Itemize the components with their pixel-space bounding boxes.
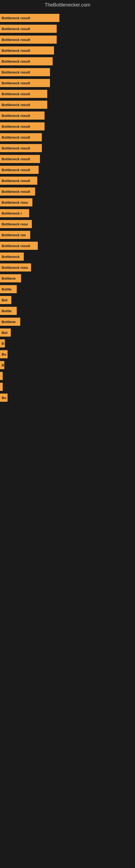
bar-label: Bottle bbox=[2, 287, 12, 291]
bar-row: Bot bbox=[0, 328, 135, 338]
result-bar: Bottleneck resu bbox=[0, 264, 31, 272]
bar-row: Bottlene bbox=[0, 273, 135, 283]
result-bar: Bottle bbox=[0, 285, 17, 293]
result-bar: Bottleneck result bbox=[0, 144, 42, 152]
result-bar: Bottleneck result bbox=[0, 46, 54, 55]
bar-row: Bottleneck result bbox=[0, 13, 135, 23]
bar-row: Bottleneck result bbox=[0, 89, 135, 99]
result-bar: Bottleneck result bbox=[0, 25, 57, 33]
bar-label: Bottleneck r bbox=[2, 211, 22, 215]
bar-label: Bottleneck result bbox=[2, 190, 30, 194]
result-bar: Bottleneck result bbox=[0, 122, 45, 130]
bar-label: Bottleneck result bbox=[2, 124, 30, 129]
bar-label: Bo bbox=[2, 396, 6, 400]
bar-row: Bottleneck res bbox=[0, 230, 135, 240]
bar-row: Bottleneck result bbox=[0, 186, 135, 197]
bar-label: Bottleneck result bbox=[2, 135, 30, 140]
bar-label: Bottlene bbox=[2, 276, 16, 280]
bars-container: Bottleneck resultBottleneck resultBottle… bbox=[0, 10, 135, 406]
bar-row: Bottleneck result bbox=[0, 143, 135, 153]
bar-row: Bottleneck resu bbox=[0, 262, 135, 273]
bar-row: Bottleneck resu bbox=[0, 219, 135, 229]
result-bar: Bottleneck result bbox=[0, 79, 50, 87]
bar-label: Bot bbox=[2, 331, 8, 335]
bar-label: Bottleneck result bbox=[2, 103, 30, 107]
bar-label: B bbox=[2, 341, 4, 346]
bar-label: Bottleneck result bbox=[2, 157, 30, 161]
result-bar: B bbox=[0, 339, 5, 347]
bar-row: Bottleneck result bbox=[0, 165, 135, 175]
bar-row: Bot bbox=[0, 295, 135, 305]
bar-row: B bbox=[0, 360, 135, 370]
bar-label: Bottleneck resu bbox=[2, 200, 28, 205]
result-bar: Bottleneck result bbox=[0, 187, 35, 195]
bar-row: Bottleneck result bbox=[0, 56, 135, 66]
result-bar bbox=[0, 372, 3, 380]
result-bar: Bo bbox=[0, 394, 8, 402]
bar-label: Bottleneck result bbox=[2, 168, 30, 172]
bar-label: Bottleneck res bbox=[2, 233, 26, 237]
bar-label: Bottleneck result bbox=[2, 92, 30, 96]
bar-label: Bottleneck result bbox=[2, 59, 30, 63]
bar-label: Bottlene bbox=[2, 320, 16, 324]
bar-row bbox=[0, 371, 135, 381]
bar-row: Bottleneck result bbox=[0, 78, 135, 88]
site-title-text: TheBottlenecker.com bbox=[45, 2, 90, 8]
bar-row: Bottleneck result bbox=[0, 132, 135, 143]
bar-label: Bo bbox=[2, 352, 6, 356]
result-bar: Bottleneck r bbox=[0, 209, 29, 217]
bar-label: Bottleneck result bbox=[2, 27, 30, 31]
bar-label: Bottleneck result bbox=[2, 179, 30, 183]
bar-row: Bottlene bbox=[0, 316, 135, 327]
bar-row: Bottleneck resu bbox=[0, 197, 135, 208]
result-bar: Bottleneck result bbox=[0, 242, 38, 250]
result-bar: Bo bbox=[0, 350, 8, 358]
result-bar: Bot bbox=[0, 296, 11, 304]
result-bar: Bottleneck bbox=[0, 252, 24, 261]
bar-row: Bottleneck result bbox=[0, 154, 135, 164]
result-bar: Bottlene bbox=[0, 274, 21, 282]
result-bar: Bottlene bbox=[0, 318, 20, 326]
result-bar: Bottle bbox=[0, 307, 17, 315]
result-bar bbox=[0, 383, 3, 391]
bar-row: B bbox=[0, 338, 135, 348]
bar-label: Bottleneck bbox=[2, 255, 19, 259]
bar-label: Bottleneck result bbox=[2, 81, 30, 85]
bar-row: Bottleneck result bbox=[0, 121, 135, 131]
result-bar: Bottleneck result bbox=[0, 57, 53, 65]
result-bar: Bottleneck result bbox=[0, 166, 39, 174]
result-bar: Bottleneck result bbox=[0, 90, 47, 98]
bar-label: Bottle bbox=[2, 309, 12, 313]
result-bar: Bottleneck result bbox=[0, 177, 37, 185]
bar-row: Bottleneck result bbox=[0, 24, 135, 34]
result-bar: Bottleneck result bbox=[0, 35, 57, 44]
result-bar: Bot bbox=[0, 329, 11, 337]
bar-row: Bottle bbox=[0, 284, 135, 294]
bar-label: Bot bbox=[2, 298, 8, 302]
bar-label: Bottleneck result bbox=[2, 49, 30, 53]
bar-label: Bottleneck result bbox=[2, 16, 30, 20]
bar-row: Bottleneck bbox=[0, 251, 135, 262]
bar-row: Bottleneck result bbox=[0, 176, 135, 186]
bar-label: B bbox=[2, 363, 4, 367]
bar-label: Bottleneck resu bbox=[2, 266, 28, 270]
bar-row: Bottleneck result bbox=[0, 34, 135, 45]
result-bar: Bottleneck result bbox=[0, 112, 45, 120]
result-bar: B bbox=[0, 361, 4, 369]
bar-row: Bottleneck r bbox=[0, 208, 135, 218]
bar-label: Bottleneck result bbox=[2, 146, 30, 150]
bar-label: Bottleneck result bbox=[2, 38, 30, 42]
bar-row: Bottleneck result bbox=[0, 111, 135, 121]
result-bar: Bottleneck res bbox=[0, 231, 30, 239]
bar-label: Bottleneck result bbox=[2, 244, 30, 248]
bar-row bbox=[0, 382, 135, 392]
result-bar: Bottleneck result bbox=[0, 155, 40, 163]
bar-label: Bottleneck resu bbox=[2, 222, 28, 226]
result-bar: Bottleneck result bbox=[0, 101, 47, 109]
result-bar: Bottleneck result bbox=[0, 133, 42, 141]
bar-row: Bottle bbox=[0, 306, 135, 316]
bar-label: Bottleneck result bbox=[2, 70, 30, 74]
result-bar: Bottleneck resu bbox=[0, 220, 32, 228]
bar-row: Bottleneck result bbox=[0, 67, 135, 77]
bar-row: Bo bbox=[0, 349, 135, 360]
